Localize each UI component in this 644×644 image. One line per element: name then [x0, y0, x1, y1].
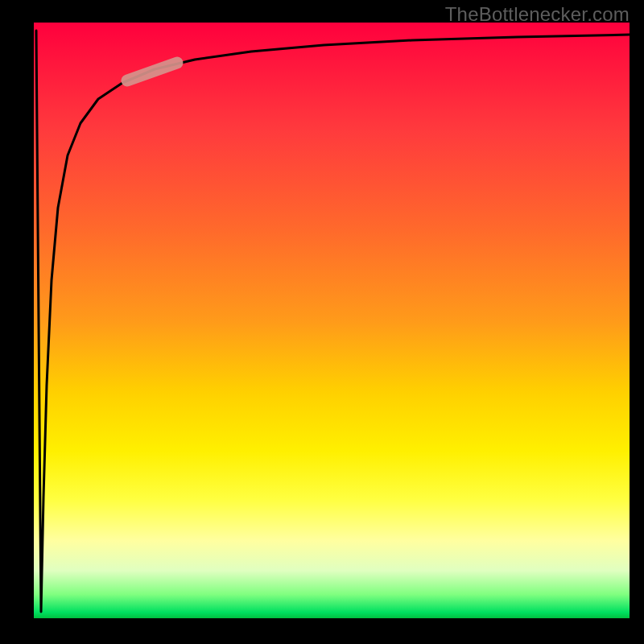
chart-curve	[34, 23, 630, 618]
bottleneck-curve-path	[36, 31, 630, 612]
watermark-text: TheBottlenecker.com	[445, 3, 630, 26]
chart-stage: TheBottlenecker.com	[0, 0, 644, 644]
highlight-segment	[127, 63, 177, 80]
chart-plot-area	[34, 23, 630, 618]
